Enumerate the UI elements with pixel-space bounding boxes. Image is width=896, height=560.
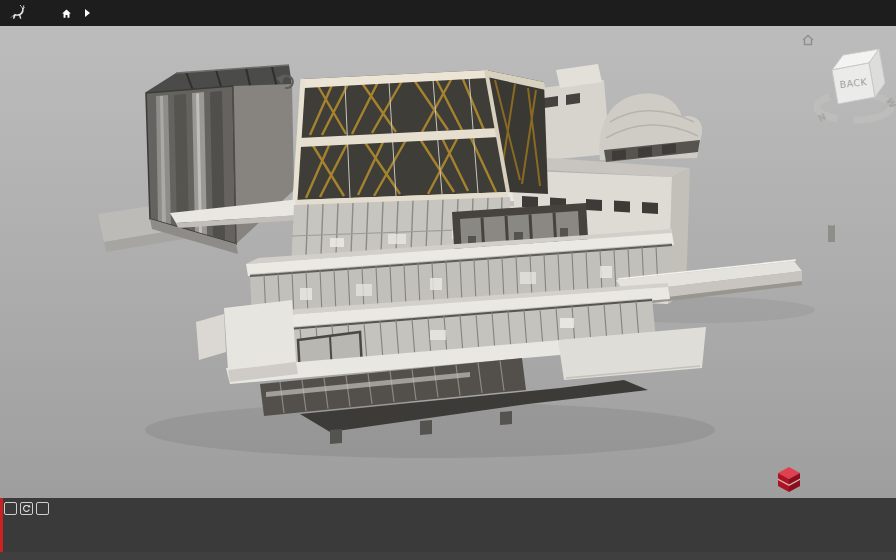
breadcrumb[interactable] bbox=[61, 8, 90, 19]
timeline-play-button[interactable] bbox=[4, 502, 17, 515]
timeline-speed-button[interactable] bbox=[36, 502, 49, 515]
viewcube[interactable]: BACK N W bbox=[796, 30, 896, 125]
timeline-controls-row bbox=[0, 498, 896, 520]
breadcrumb-caret-icon[interactable] bbox=[85, 9, 90, 17]
project-dasher-app: BACK N W bbox=[0, 0, 896, 560]
timeline bbox=[0, 498, 896, 560]
viewport-3d[interactable] bbox=[0, 26, 896, 498]
timeline-date-band[interactable] bbox=[0, 520, 896, 552]
empa-cube-icon bbox=[776, 465, 803, 493]
timeline-speed-track[interactable] bbox=[0, 552, 896, 560]
empa-logo bbox=[776, 465, 888, 494]
timeline-playback-controls bbox=[4, 502, 49, 515]
loop-icon bbox=[22, 504, 31, 513]
timeline-loop-button[interactable] bbox=[20, 502, 33, 515]
viewcube-home-icon[interactable] bbox=[803, 36, 813, 45]
topbar bbox=[0, 0, 896, 26]
dasher-deer-logo-icon bbox=[8, 4, 28, 22]
timeline-playhead[interactable] bbox=[0, 498, 3, 552]
home-icon bbox=[61, 8, 72, 19]
